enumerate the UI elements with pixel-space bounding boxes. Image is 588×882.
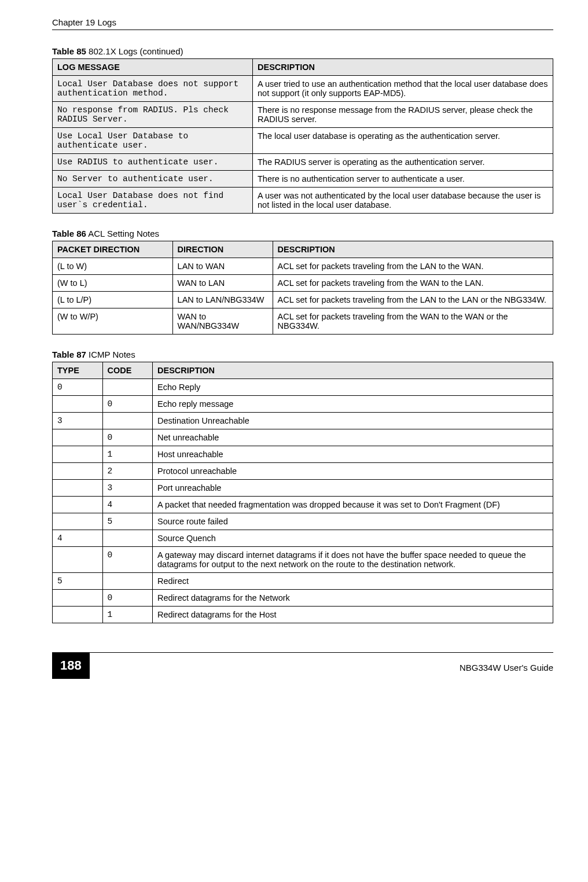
table-row: 3Destination Unreachable [53,413,553,429]
table86: PACKET DIRECTION DIRECTION DESCRIPTION (… [52,241,553,335]
log-message-cell: No response from RADIUS. Pls check RADIU… [53,102,253,128]
description-cell: Net unreachable [153,429,553,446]
description-cell: ACL set for packets traveling from the W… [273,308,553,335]
description-cell: A user was not authenticated by the loca… [253,188,553,214]
table87-header-code: CODE [102,362,153,379]
type-cell: 3 [53,413,103,429]
table85-caption: Table 85 802.1X Logs (continued) [52,46,553,56]
code-cell: 0 [102,396,153,413]
packet-direction-cell: (W to W/P) [53,308,173,335]
description-cell: Destination Unreachable [153,413,553,429]
description-cell: ACL set for packets traveling from the W… [273,275,553,292]
table-row: 1Host unreachable [53,446,553,463]
table-row: 0Echo Reply [53,379,553,396]
table-row: No response from RADIUS. Pls check RADIU… [53,102,553,128]
table85-caption-bold: Table 85 [52,46,86,56]
description-cell: There is no response message from the RA… [253,102,553,128]
table-row: 0Redirect datagrams for the Network [53,590,553,607]
description-cell: ACL set for packets traveling from the L… [273,258,553,275]
table-row: Local User Database does not support aut… [53,76,553,102]
table87-header-type: TYPE [53,362,103,379]
table87-caption-rest: ICMP Notes [86,350,135,359]
description-cell: Echo reply message [153,396,553,413]
description-cell: Redirect datagrams for the Network [153,590,553,607]
log-message-cell: Use RADIUS to authenticate user. [53,154,253,171]
log-message-cell: Use Local User Database to authenticate … [53,128,253,154]
log-message-cell: Local User Database does not support aut… [53,76,253,102]
description-cell: Source Quench [153,530,553,547]
type-cell [53,547,103,573]
table85-header-msg: LOG MESSAGE [53,59,253,76]
log-message-cell: No Server to authenticate user. [53,171,253,188]
table86-header-desc: DESCRIPTION [273,241,553,258]
direction-cell: LAN to WAN [172,258,273,275]
description-cell: Echo Reply [153,379,553,396]
table-row: 0Echo reply message [53,396,553,413]
code-cell: 0 [102,429,153,446]
table-row: (L to L/P)LAN to LAN/NBG334WACL set for … [53,292,553,308]
table85-caption-rest: 802.1X Logs (continued) [86,46,183,56]
description-cell: A packet that needed fragmentation was d… [153,497,553,513]
description-cell: ACL set for packets traveling from the L… [273,292,553,308]
type-cell [53,513,103,530]
header-left: Chapter 19 Logs [52,17,116,27]
table-row: 4Source Quench [53,530,553,547]
description-cell: Host unreachable [153,446,553,463]
table-row: No Server to authenticate user.There is … [53,171,553,188]
description-cell: Source route failed [153,513,553,530]
table87-caption: Table 87 ICMP Notes [52,350,553,359]
table-row: 2Protocol unreachable [53,463,553,480]
type-cell [53,480,103,497]
footer: 188 NBG334W User's Guide [52,652,553,679]
table-row: 5Source route failed [53,513,553,530]
table-row: 5Redirect [53,573,553,590]
table-row: Use Local User Database to authenticate … [53,128,553,154]
code-cell: 1 [102,607,153,623]
table86-caption: Table 86 ACL Setting Notes [52,229,553,238]
code-cell: 3 [102,480,153,497]
code-cell: 1 [102,446,153,463]
description-cell: A gateway may discard internet datagrams… [153,547,553,573]
guide-name: NBG334W User's Guide [460,659,553,672]
packet-direction-cell: (L to L/P) [53,292,173,308]
type-cell [53,429,103,446]
table-row: 1Redirect datagrams for the Host [53,607,553,623]
code-cell [102,379,153,396]
table-row: 0Net unreachable [53,429,553,446]
code-cell [102,413,153,429]
description-cell: The local user database is operating as … [253,128,553,154]
table-row: 0A gateway may discard internet datagram… [53,547,553,573]
type-cell [53,463,103,480]
code-cell: 5 [102,513,153,530]
table-row: (W to W/P)WAN to WAN/NBG334WACL set for … [53,308,553,335]
table86-header-dir: DIRECTION [172,241,273,258]
type-cell [53,396,103,413]
table85-header-desc: DESCRIPTION [253,59,553,76]
code-cell [102,530,153,547]
packet-direction-cell: (L to W) [53,258,173,275]
table-row: 4A packet that needed fragmentation was … [53,497,553,513]
table-row: (L to W)LAN to WANACL set for packets tr… [53,258,553,275]
description-cell: The RADIUS server is operating as the au… [253,154,553,171]
direction-cell: WAN to LAN [172,275,273,292]
table-row: Use RADIUS to authenticate user.The RADI… [53,154,553,171]
code-cell: 0 [102,547,153,573]
table-row: 3Port unreachable [53,480,553,497]
type-cell [53,497,103,513]
code-cell: 2 [102,463,153,480]
table-row: Local User Database does not find user`s… [53,188,553,214]
code-cell: 0 [102,590,153,607]
page-number: 188 [52,652,90,679]
table87: TYPE CODE DESCRIPTION 0Echo Reply0Echo r… [52,362,553,623]
table87-caption-bold: Table 87 [52,350,86,359]
log-message-cell: Local User Database does not find user`s… [53,188,253,214]
direction-cell: LAN to LAN/NBG334W [172,292,273,308]
code-cell [102,573,153,590]
table86-caption-bold: Table 86 [52,229,86,238]
type-cell: 0 [53,379,103,396]
direction-cell: WAN to WAN/NBG334W [172,308,273,335]
type-cell [53,590,103,607]
type-cell: 4 [53,530,103,547]
description-cell: There is no authentication server to aut… [253,171,553,188]
description-cell: Protocol unreachable [153,463,553,480]
